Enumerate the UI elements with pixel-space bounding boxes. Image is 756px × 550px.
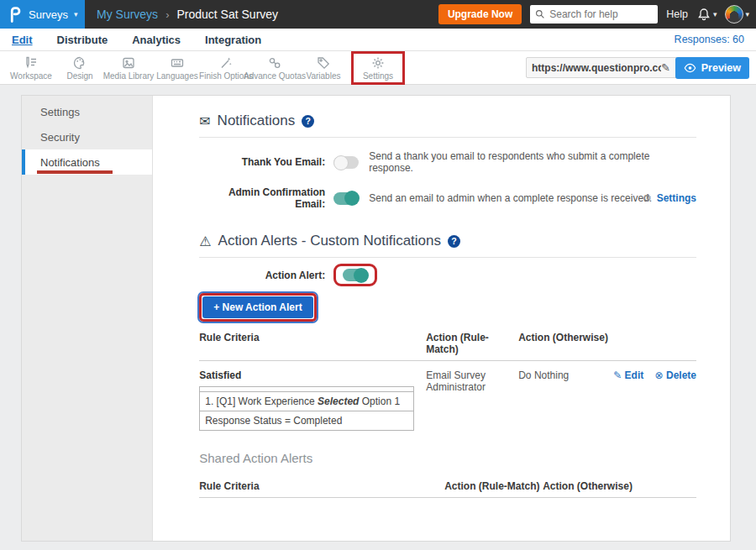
notifications-bell[interactable]: ▾ bbox=[696, 7, 717, 22]
survey-nav-bar: Edit Distribute Analytics Integration Re… bbox=[0, 29, 756, 51]
thank-you-email-toggle[interactable] bbox=[333, 156, 359, 169]
warning-triangle-icon: ⚠ bbox=[199, 233, 211, 249]
survey-url-field[interactable]: ✎ bbox=[526, 57, 684, 78]
sidebar-item-settings[interactable]: Settings bbox=[22, 99, 152, 124]
red-underline-annotation bbox=[37, 170, 113, 174]
row-actions: ✎ Edit ⊗ Delete bbox=[606, 369, 696, 431]
toolbar-label: Workspace bbox=[10, 71, 52, 81]
envelope-icon: ✉ bbox=[199, 113, 210, 129]
preview-button[interactable]: Preview bbox=[675, 57, 749, 79]
settings-link-label: Settings bbox=[657, 192, 696, 204]
divider bbox=[199, 257, 696, 258]
action-alert-row: Satisfied 1. [Q1] Work Experience Select… bbox=[199, 369, 696, 431]
bell-icon bbox=[696, 7, 711, 22]
tab-edit[interactable]: Edit bbox=[12, 34, 33, 46]
breadcrumb-my-surveys[interactable]: My Surveys bbox=[97, 8, 158, 21]
shared-alerts-heading: Shared Action Alerts bbox=[199, 451, 696, 465]
edit-url-pencil-icon[interactable]: ✎ bbox=[661, 61, 670, 74]
help-search-box[interactable] bbox=[530, 5, 658, 24]
action-alert-toggle[interactable] bbox=[343, 269, 368, 281]
tab-analytics[interactable]: Analytics bbox=[132, 34, 181, 46]
section-title-text: Action Alerts - Custom Notifications bbox=[218, 233, 441, 249]
toolbar-item-media-library[interactable]: Media Library bbox=[104, 51, 153, 85]
help-icon[interactable]: ? bbox=[448, 235, 460, 248]
responses-count[interactable]: Responses: 60 bbox=[675, 34, 744, 45]
toolbar-item-settings[interactable]: Settings bbox=[354, 51, 402, 85]
workspace-icon bbox=[24, 55, 39, 71]
search-icon bbox=[535, 9, 545, 19]
upgrade-now-button[interactable]: Upgrade Now bbox=[438, 4, 522, 24]
action-alert-table-header: Rule Criteria Action (Rule-Match) Action… bbox=[199, 332, 696, 355]
col-action-rule-match: Action (Rule-Match) bbox=[444, 480, 543, 492]
toggle-annotation-box bbox=[333, 264, 377, 286]
action-alert-toggle-row: Action Alert: bbox=[199, 264, 696, 286]
divider bbox=[199, 497, 696, 498]
toolbar-item-variables[interactable]: Variables bbox=[299, 51, 348, 85]
criteria-emphasis: Selected bbox=[318, 395, 359, 407]
brand-menu[interactable]: Surveys ▾ bbox=[0, 0, 85, 29]
criteria-text: 1. [Q1] Work Experience bbox=[205, 395, 318, 407]
settings-annotation-box: Settings bbox=[351, 51, 405, 85]
edit-alert-link[interactable]: ✎ Edit bbox=[613, 369, 643, 381]
variables-tag-icon bbox=[316, 55, 331, 71]
sidebar-item-security[interactable]: Security bbox=[22, 124, 152, 149]
toolbar-item-languages[interactable]: Languages bbox=[153, 51, 202, 85]
toolbar-label: Advance Quotas bbox=[244, 71, 306, 81]
toolbar-label: Variables bbox=[307, 71, 341, 81]
divider bbox=[199, 137, 696, 138]
action-alert-label: Action Alert: bbox=[199, 270, 325, 281]
shared-alerts-title-text: Shared Action Alerts bbox=[199, 451, 312, 465]
thank-you-email-label: Thank You Email: bbox=[199, 156, 325, 168]
sidebar-item-notifications[interactable]: Notifications bbox=[22, 149, 152, 175]
action-otherwise-cell: Do Nothing bbox=[518, 369, 606, 431]
admin-confirmation-toggle[interactable] bbox=[333, 192, 359, 205]
action-alerts-section-title: ⚠ Action Alerts - Custom Notifications ? bbox=[199, 233, 696, 249]
advance-quotas-icon bbox=[267, 55, 282, 71]
account-menu[interactable]: ▾ bbox=[725, 5, 749, 24]
notifications-section-title: ✉ Notifications ? bbox=[199, 113, 696, 129]
toolbar-label: Languages bbox=[156, 71, 198, 81]
rule-criteria-cell: Satisfied 1. [Q1] Work Experience Select… bbox=[199, 369, 426, 431]
breadcrumb-separator: › bbox=[165, 8, 169, 21]
admin-email-settings-link[interactable]: ⚙ Settings bbox=[643, 192, 696, 204]
breadcrumb: My Surveys › Product Sat Survey bbox=[97, 8, 278, 21]
breadcrumb-current-survey: Product Sat Survey bbox=[176, 8, 278, 21]
tab-integration[interactable]: Integration bbox=[205, 34, 261, 46]
criteria-box-2[interactable]: Response Status = Completed bbox=[199, 411, 414, 431]
edit-label: Edit bbox=[625, 369, 644, 381]
new-action-alert-annotation-box: + New Action Alert bbox=[199, 293, 316, 322]
settings-gear-icon bbox=[370, 55, 386, 71]
toolbar-label: Design bbox=[66, 71, 92, 81]
criteria-box-1[interactable]: 1. [Q1] Work Experience Selected Option … bbox=[199, 391, 414, 411]
eye-icon bbox=[684, 63, 696, 73]
edit-pencil-icon: ✎ bbox=[613, 369, 624, 381]
toolbar-item-workspace[interactable]: Workspace bbox=[7, 51, 55, 85]
new-action-alert-button[interactable]: + New Action Alert bbox=[202, 296, 312, 318]
col-rule-criteria: Rule Criteria bbox=[199, 480, 444, 492]
finish-options-wand-icon bbox=[218, 55, 234, 71]
survey-url-input[interactable] bbox=[532, 62, 661, 74]
tab-distribute[interactable]: Distribute bbox=[57, 34, 108, 46]
help-icon[interactable]: ? bbox=[302, 115, 314, 128]
edit-toolbar: Workspace Design Media Library Languages… bbox=[0, 51, 756, 85]
delete-label: Delete bbox=[666, 369, 696, 381]
help-link[interactable]: Help bbox=[666, 8, 688, 20]
preview-label: Preview bbox=[701, 62, 741, 74]
col-action-rule-match: Action (Rule-Match) bbox=[426, 332, 518, 355]
shared-alerts-table-header: Rule Criteria Action (Rule-Match) Action… bbox=[199, 480, 696, 492]
design-palette-icon bbox=[72, 55, 87, 71]
chevron-down-icon: ▾ bbox=[74, 10, 78, 18]
sidebar-item-label: Notifications bbox=[40, 156, 100, 169]
admin-confirmation-label: Admin Confirmation Email: bbox=[199, 186, 325, 210]
toolbar-item-design[interactable]: Design bbox=[55, 51, 104, 85]
product-switcher-label: Surveys bbox=[29, 8, 68, 21]
search-input[interactable] bbox=[549, 8, 648, 20]
chevron-down-icon: ▾ bbox=[745, 10, 749, 18]
notifications-content: ✉ Notifications ? Thank You Email: Send … bbox=[153, 96, 730, 541]
action-match-cell: Email Survey Administrator bbox=[426, 369, 510, 431]
media-library-icon bbox=[121, 55, 136, 71]
thank-you-email-row: Thank You Email: Send a thank you email … bbox=[199, 150, 696, 174]
languages-keyboard-icon bbox=[170, 55, 185, 71]
toolbar-item-advance-quotas[interactable]: Advance Quotas bbox=[250, 51, 299, 85]
delete-alert-link[interactable]: ⊗ Delete bbox=[655, 369, 696, 381]
